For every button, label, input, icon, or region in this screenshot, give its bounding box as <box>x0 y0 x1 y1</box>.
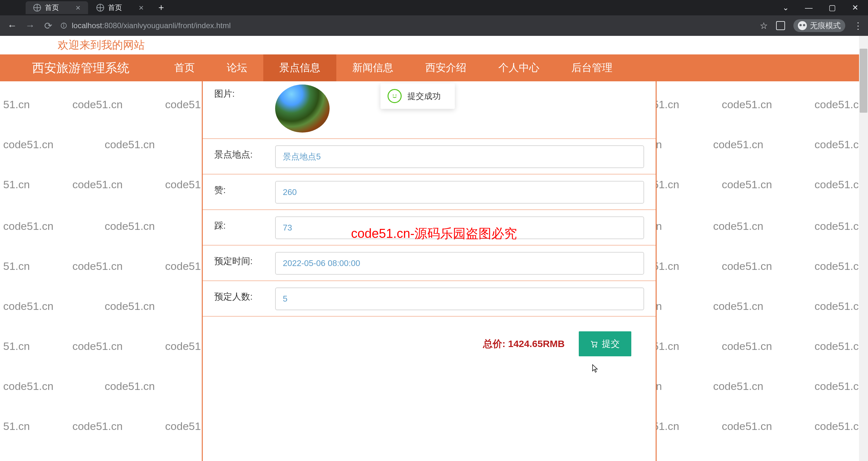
browser-menu-icon[interactable]: ⋮ <box>854 21 862 31</box>
welcome-text: 欢迎来到我的网站 <box>58 38 145 53</box>
booking-count-input[interactable] <box>275 288 644 310</box>
close-icon[interactable]: × <box>139 3 144 13</box>
back-button[interactable]: ← <box>6 20 18 31</box>
forward-button[interactable]: → <box>24 20 36 31</box>
dislike-input[interactable] <box>275 217 644 239</box>
svg-rect-1 <box>63 25 64 27</box>
window-controls: ⌄ — ▢ ✕ <box>782 3 868 12</box>
nav-item-admin[interactable]: 后台管理 <box>555 55 628 81</box>
svg-point-6 <box>396 94 397 95</box>
form-row-like: 赞: <box>203 174 656 210</box>
browser-tab-strip: 首页 × 首页 × + ⌄ — ▢ ✕ <box>0 0 868 15</box>
form-card: 图片: 景点地点: 赞: 踩: 预定时间: <box>202 81 657 461</box>
incognito-badge[interactable]: 无痕模式 <box>794 19 845 32</box>
incognito-label: 无痕模式 <box>810 21 841 31</box>
incognito-icon <box>798 21 807 30</box>
cart-icon <box>590 340 598 348</box>
page-content: 51.cncode51.cncode51.cncode51.cncode51.c… <box>0 36 868 461</box>
submit-row: 总价: 1424.65RMB 提交 <box>203 317 656 369</box>
tab-title: 首页 <box>45 3 59 12</box>
brand-title: 西安旅游管理系统 <box>0 60 158 76</box>
svg-point-5 <box>393 94 394 95</box>
bookmark-icon[interactable]: ☆ <box>760 21 768 31</box>
minimize-icon[interactable]: — <box>805 3 813 12</box>
url-host: localhost <box>72 21 102 30</box>
nav-item-news[interactable]: 新闻信息 <box>336 55 409 81</box>
close-window-icon[interactable]: ✕ <box>852 3 858 12</box>
like-input[interactable] <box>275 181 644 204</box>
svg-point-3 <box>593 347 594 348</box>
nav-item-home[interactable]: 首页 <box>158 55 211 81</box>
globe-icon <box>33 4 41 11</box>
booking-time-label: 预定时间: <box>214 252 275 267</box>
booking-time-input[interactable] <box>275 252 644 275</box>
nav-item-forum[interactable]: 论坛 <box>211 55 263 81</box>
close-icon[interactable]: × <box>75 3 81 13</box>
like-label: 赞: <box>214 181 275 196</box>
attraction-image[interactable] <box>275 85 330 133</box>
browser-tab-1[interactable]: 首页 × <box>26 1 88 14</box>
nav-item-intro[interactable]: 西安介绍 <box>409 55 483 81</box>
submit-button[interactable]: 提交 <box>579 331 631 356</box>
scrollbar-thumb[interactable] <box>860 49 867 113</box>
maximize-icon[interactable]: ▢ <box>829 3 836 12</box>
dislike-label: 踩: <box>214 217 275 232</box>
url-path: /xianlvyouguanli/front/index.html <box>121 21 231 30</box>
extensions-icon[interactable] <box>776 21 785 30</box>
browser-tab-2[interactable]: 首页 × <box>89 1 151 14</box>
form-row-dislike: 踩: <box>203 210 656 245</box>
globe-icon <box>96 4 104 11</box>
window-dropdown-icon[interactable]: ⌄ <box>782 3 789 12</box>
success-toast: 提交成功 <box>380 83 455 109</box>
total-price: 总价: 1424.65RMB <box>483 337 565 351</box>
svg-point-4 <box>596 347 597 348</box>
new-tab-button[interactable]: + <box>152 2 170 13</box>
location-input[interactable] <box>275 145 644 168</box>
form-row-booking-time: 预定时间: <box>203 245 656 281</box>
success-icon <box>388 89 402 103</box>
nav-item-attraction[interactable]: 景点信息 <box>263 55 336 81</box>
toast-message: 提交成功 <box>407 91 441 102</box>
main-nav: 西安旅游管理系统 首页 论坛 景点信息 新闻信息 西安介绍 个人中心 后台管理 <box>0 55 868 81</box>
welcome-strip: 欢迎来到我的网站 <box>0 36 868 55</box>
svg-point-2 <box>63 24 64 25</box>
image-label: 图片: <box>214 85 275 100</box>
location-label: 景点地点: <box>214 145 275 161</box>
form-row-booking-count: 预定人数: <box>203 281 656 317</box>
form-row-location: 景点地点: <box>203 139 656 174</box>
url-field[interactable]: localhost:8080/xianlvyouguanli/front/ind… <box>60 21 230 30</box>
booking-count-label: 预定人数: <box>214 288 275 303</box>
nav-item-profile[interactable]: 个人中心 <box>483 55 555 81</box>
submit-label: 提交 <box>602 338 620 350</box>
reload-button[interactable]: ⟳ <box>42 20 54 31</box>
vertical-scrollbar[interactable] <box>859 36 868 461</box>
tab-title: 首页 <box>108 3 122 12</box>
address-bar: ← → ⟳ localhost:8080/xianlvyouguanli/fro… <box>0 15 868 36</box>
url-port: :8080 <box>102 21 121 30</box>
site-info-icon[interactable] <box>60 22 67 29</box>
